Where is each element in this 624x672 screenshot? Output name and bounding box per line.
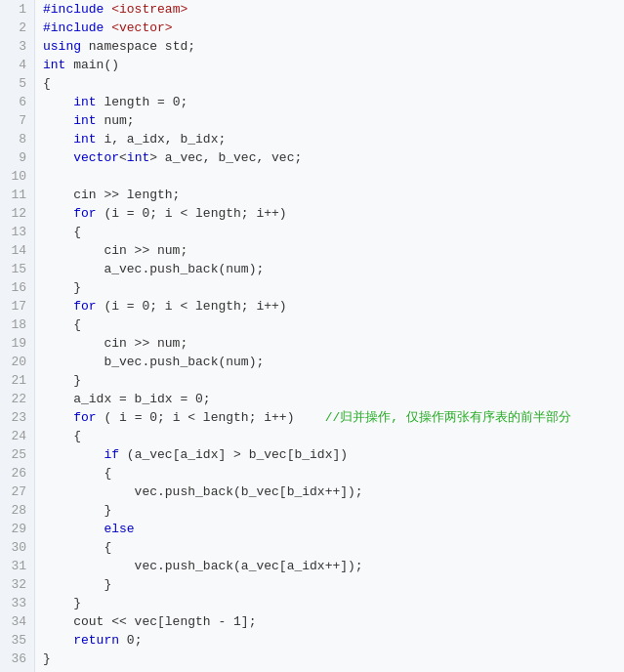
token-pp: #include [43,0,111,19]
token-kw: using [43,37,81,56]
code-line: for ( i = 0; i < length; i++) //归并操作, 仅操… [43,408,616,427]
line-number-gutter: 1234567891011121314151617181920212223242… [0,0,35,672]
token-kw: for [73,297,96,315]
token-cmt: //归并操作, 仅操作两张有序表的前半部分 [325,408,571,427]
line-number: 27 [8,483,26,501]
code-line: } [43,594,616,612]
token-plain: { [43,464,111,483]
token-plain: } [43,278,81,297]
token-plain: } [43,575,111,594]
token-plain [43,148,73,167]
code-line: { [43,223,616,241]
token-plain: cin >> num; [43,241,187,260]
token-plain: 0; [119,631,142,650]
code-line: #include <iostream> [43,0,616,19]
token-plain: (i = 0; i < length; i++) [97,204,287,223]
code-line: cin >> num; [43,334,616,353]
code-line: int main() [43,56,616,74]
token-plain: (a_vec[a_idx] > b_vec[b_idx]) [119,445,348,464]
token-plain: vec.push_back(b_vec[b_idx++]); [43,483,363,501]
line-number: 23 [8,408,26,427]
token-plain: i, a_idx, b_idx; [97,130,227,148]
line-number: 18 [8,315,26,334]
code-line: { [43,427,616,445]
token-plain [43,111,73,130]
token-kw: if [104,445,119,464]
code-line: } [43,575,616,594]
code-line: } [43,501,616,520]
line-number: 12 [8,204,26,223]
token-plain: length = 0; [97,93,188,111]
line-number: 30 [8,538,26,557]
code-content[interactable]: #include <iostream>#include <vector>usin… [35,0,624,672]
token-plain: cout << vec[length - 1]; [43,612,256,631]
line-number: 16 [8,278,26,297]
code-line [43,167,616,186]
token-plain: (i = 0; i < length; i++) [97,297,287,315]
line-number: 11 [8,186,26,204]
token-plain: a_idx = b_idx = 0; [43,390,211,408]
token-plain: cin >> length; [43,186,180,204]
line-number: 6 [8,93,26,111]
token-plain [43,204,73,223]
code-line: a_idx = b_idx = 0; [43,390,616,408]
line-number: 22 [8,390,26,408]
line-number: 4 [8,56,26,74]
token-inc: <vector> [111,19,172,37]
token-plain [43,520,104,538]
line-number: 33 [8,594,26,612]
code-line: { [43,315,616,334]
code-line: if (a_vec[a_idx] > b_vec[b_idx]) [43,445,616,464]
line-number: 9 [8,148,26,167]
token-plain [43,93,73,111]
token-plain [43,445,104,464]
line-number: 36 [8,650,26,668]
code-line: using namespace std; [43,37,616,56]
token-plain: } [43,594,81,612]
line-number: 17 [8,297,26,315]
token-plain [43,631,73,650]
code-line: int length = 0; [43,93,616,111]
token-plain [43,408,73,427]
line-number: 8 [8,130,26,148]
code-line: #include <vector> [43,19,616,37]
code-editor: 1234567891011121314151617181920212223242… [0,0,624,672]
token-plain: < [119,148,127,167]
token-plain: num; [97,111,135,130]
code-line: vec.push_back(a_vec[a_idx++]); [43,557,616,575]
line-number: 19 [8,334,26,353]
line-number: 3 [8,37,26,56]
code-line: for (i = 0; i < length; i++) [43,297,616,315]
code-line: int i, a_idx, b_idx; [43,130,616,148]
line-number: 29 [8,520,26,538]
line-number: 26 [8,464,26,483]
line-number: 25 [8,445,26,464]
line-number: 34 [8,612,26,631]
token-kw: int [73,130,96,148]
token-kw: for [73,408,96,427]
token-plain: a_vec.push_back(num); [43,260,264,278]
line-number: 13 [8,223,26,241]
token-plain: { [43,223,81,241]
line-number: 20 [8,353,26,371]
code-line: return 0; [43,631,616,650]
token-plain: vec.push_back(a_vec[a_idx++]); [43,557,363,575]
token-plain: { [43,427,81,445]
token-plain: ( i = 0; i < length; i++) [97,408,325,427]
token-inc: <iostream> [111,0,187,19]
code-line: } [43,371,616,390]
line-number: 32 [8,575,26,594]
token-plain [43,297,73,315]
code-line: cin >> length; [43,186,616,204]
token-plain: { [43,74,51,93]
code-line: vector<int> a_vec, b_vec, vec; [43,148,616,167]
token-plain: b_vec.push_back(num); [43,353,264,371]
code-line: cin >> num; [43,241,616,260]
code-line: { [43,464,616,483]
line-number: 10 [8,167,26,186]
code-line: { [43,538,616,557]
token-kw: return [73,631,119,650]
token-kw: int [73,111,96,130]
token-plain: { [43,315,81,334]
code-line: b_vec.push_back(num); [43,353,616,371]
